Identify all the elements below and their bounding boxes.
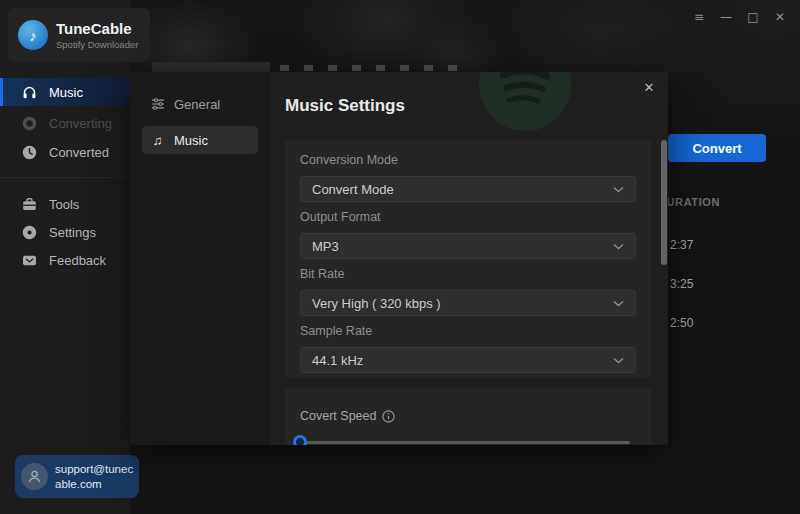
headphones-icon — [22, 85, 37, 100]
chevron-down-icon — [613, 243, 624, 250]
field-label: Output Format — [300, 210, 636, 226]
sidebar-item-converted[interactable]: Converted — [0, 138, 130, 166]
field-output-format: Output Format MP3 — [300, 210, 636, 259]
covert-speed-label: Covert Speed — [300, 409, 376, 423]
selected-value: 44.1 kHz — [312, 353, 363, 368]
modal-scrollbar-thumb[interactable] — [661, 140, 667, 265]
settings-modal: General ♫ Music ✕ Music Settings Convers… — [130, 72, 668, 445]
field-label: Sample Rate — [300, 324, 636, 340]
app-logo-card: ♪ TuneCable Spotify Downloader — [8, 8, 150, 62]
music-note-icon: ♫ — [150, 133, 165, 148]
slider-track[interactable] — [297, 441, 630, 444]
occluded-text-fragment — [280, 65, 470, 71]
sidebar-item-label: Settings — [49, 225, 96, 240]
app-logo-icon: ♪ — [18, 20, 48, 50]
close-window-icon[interactable]: ✕ — [772, 8, 788, 26]
field-label: Bit Rate — [300, 267, 636, 283]
field-bit-rate: Bit Rate Very High ( 320 kbps ) — [300, 267, 636, 316]
convert-speed-card: Covert Speed — [285, 388, 651, 445]
selected-value: MP3 — [312, 239, 339, 254]
modal-title: Music Settings — [285, 96, 405, 116]
converting-icon — [22, 116, 37, 131]
tab-label: General — [174, 97, 220, 112]
chevron-down-icon — [613, 357, 624, 364]
spotify-logo-watermark — [477, 72, 573, 133]
track-duration: 2:37 — [670, 238, 693, 252]
music-settings-card: Conversion Mode Convert Mode Output Form… — [285, 140, 651, 378]
field-conversion-mode: Conversion Mode Convert Mode — [300, 153, 636, 202]
settings-modal-nav: General ♫ Music — [130, 72, 270, 445]
conversion-mode-select[interactable]: Convert Mode — [300, 176, 636, 202]
chevron-down-icon — [613, 300, 624, 307]
chevron-down-icon — [613, 186, 624, 193]
selected-value: Very High ( 320 kbps ) — [312, 296, 441, 311]
sidebar-item-settings[interactable]: Settings — [0, 218, 130, 246]
sample-rate-select[interactable]: 44.1 kHz — [300, 347, 636, 373]
sidebar-item-feedback[interactable]: Feedback — [0, 246, 130, 274]
occluded-thumbnail-fragment — [152, 62, 270, 72]
maximize-icon[interactable]: □ — [745, 8, 761, 26]
toolbox-icon — [22, 197, 37, 212]
covert-speed-slider[interactable] — [300, 433, 636, 445]
settings-modal-content: ✕ Music Settings Conversion Mode Convert… — [270, 72, 668, 445]
support-email-text: support@tunecable.com — [55, 462, 139, 492]
sidebar-item-label: Feedback — [49, 253, 106, 268]
support-email-button[interactable]: support@tunecable.com — [15, 455, 139, 498]
sidebar: Music Converting Converted Tools Setting… — [0, 0, 130, 514]
tab-music[interactable]: ♫ Music — [142, 126, 258, 154]
minimize-icon[interactable]: — — [718, 8, 734, 26]
sidebar-item-label: Tools — [49, 197, 79, 212]
slider-handle[interactable] — [293, 435, 307, 445]
sidebar-item-label: Converting — [49, 116, 112, 131]
person-icon — [21, 463, 48, 490]
sidebar-item-converting: Converting — [0, 109, 130, 137]
selected-value: Convert Mode — [312, 182, 394, 197]
sliders-icon — [150, 97, 165, 112]
menu-icon[interactable]: ≡ — [691, 8, 707, 26]
sidebar-item-label: Converted — [49, 145, 109, 160]
mail-icon — [22, 253, 37, 268]
track-duration: 2:50 — [670, 316, 693, 330]
track-duration: 3:25 — [670, 277, 693, 291]
app-title: TuneCable — [56, 20, 138, 37]
tab-label: Music — [174, 133, 208, 148]
gear-icon — [22, 225, 37, 240]
sidebar-divider — [0, 177, 130, 178]
clock-icon — [22, 145, 37, 160]
field-label: Conversion Mode — [300, 153, 636, 169]
sidebar-item-label: Music — [49, 85, 83, 100]
bit-rate-select[interactable]: Very High ( 320 kbps ) — [300, 290, 636, 316]
close-modal-icon[interactable]: ✕ — [640, 78, 658, 96]
output-format-select[interactable]: MP3 — [300, 233, 636, 259]
tab-general[interactable]: General — [142, 90, 258, 118]
field-sample-rate: Sample Rate 44.1 kHz — [300, 324, 636, 373]
sidebar-item-music[interactable]: Music — [0, 78, 130, 106]
convert-button[interactable]: Convert — [668, 134, 766, 162]
app-subtitle: Spotify Downloader — [56, 39, 138, 50]
window-controls: ≡ — □ ✕ — [691, 8, 788, 26]
sidebar-item-tools[interactable]: Tools — [0, 190, 130, 218]
info-icon[interactable] — [382, 410, 395, 423]
